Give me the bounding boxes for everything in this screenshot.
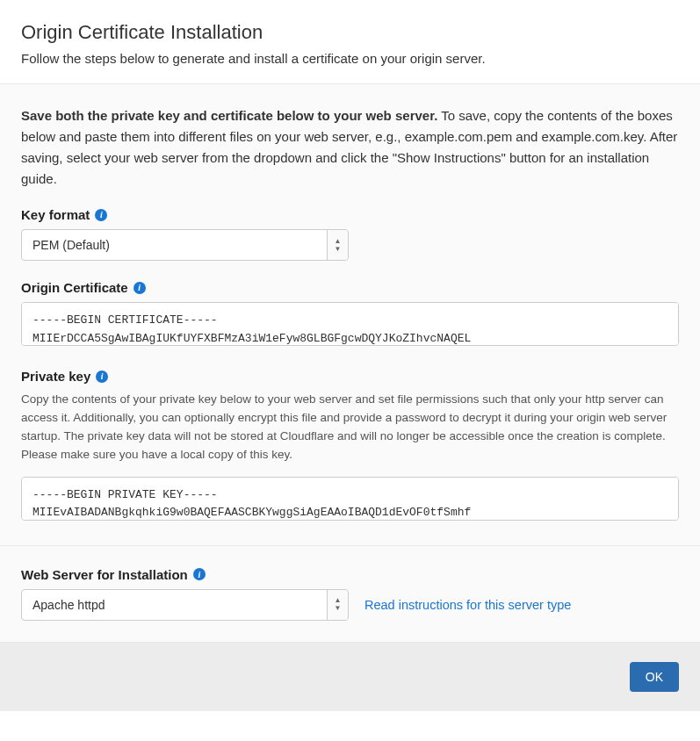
page-subtitle: Follow the steps below to generate and i… xyxy=(21,51,679,66)
key-format-label: Key format i xyxy=(21,207,679,222)
web-server-value: Apache httpd xyxy=(22,590,327,620)
key-format-select[interactable]: PEM (Default) ▲ ▼ xyxy=(21,229,349,261)
instructions: Save both the private key and certificat… xyxy=(21,105,679,190)
private-key-label: Private key i xyxy=(21,369,679,384)
info-icon[interactable]: i xyxy=(96,370,108,383)
header: Origin Certificate Installation Follow t… xyxy=(0,0,700,84)
chevron-updown-icon: ▲ ▼ xyxy=(327,230,348,260)
origin-certificate-textarea[interactable] xyxy=(21,302,679,346)
web-server-label: Web Server for Installation i xyxy=(21,567,679,582)
info-icon[interactable]: i xyxy=(95,209,107,221)
footer: OK xyxy=(0,643,700,711)
instructions-bold: Save both the private key and certificat… xyxy=(21,108,437,123)
chevron-updown-icon: ▲ ▼ xyxy=(327,590,348,620)
info-icon[interactable]: i xyxy=(193,568,206,580)
key-format-value: PEM (Default) xyxy=(22,230,327,260)
page-title: Origin Certificate Installation xyxy=(21,21,679,44)
server-section: Web Server for Installation i Apache htt… xyxy=(0,546,700,643)
private-key-help: Copy the contents of your private key be… xyxy=(21,391,679,464)
read-instructions-link[interactable]: Read instructions for this server type xyxy=(364,598,571,612)
info-icon[interactable]: i xyxy=(134,282,146,294)
ok-button[interactable]: OK xyxy=(630,662,679,692)
private-key-textarea[interactable] xyxy=(21,477,679,521)
web-server-select[interactable]: Apache httpd ▲ ▼ xyxy=(21,589,349,621)
main-content: Save both the private key and certificat… xyxy=(0,84,700,546)
origin-certificate-label: Origin Certificate i xyxy=(21,280,679,295)
